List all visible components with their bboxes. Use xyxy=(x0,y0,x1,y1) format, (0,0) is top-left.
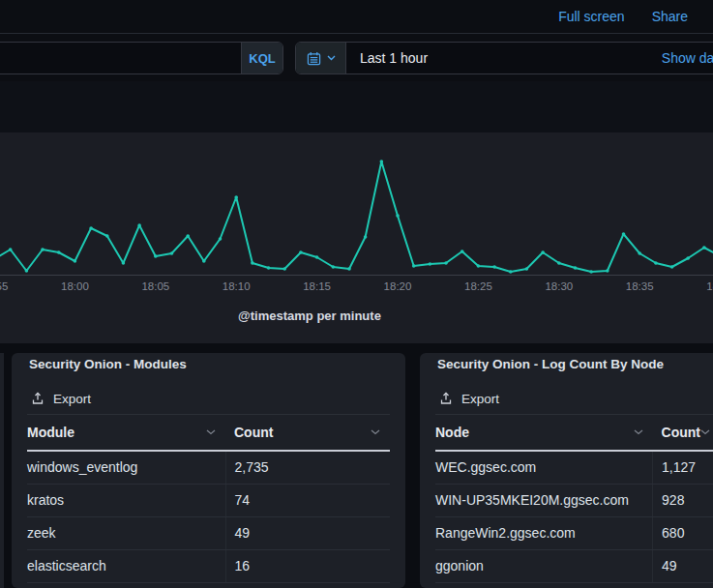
data-point-marker xyxy=(380,160,384,163)
value-cell: ggonion xyxy=(435,549,653,582)
data-point-marker xyxy=(412,264,416,268)
search-input-box: KQL xyxy=(0,42,283,74)
log-count-by-node-panel: Security Onion - Log Count By Node Expor… xyxy=(420,353,713,588)
data-point-marker xyxy=(444,261,448,265)
date-picker-button[interactable] xyxy=(296,43,346,74)
export-button[interactable]: Export xyxy=(420,391,713,406)
data-point-marker xyxy=(170,251,174,255)
x-axis-tick: 18:20 xyxy=(373,280,422,292)
export-label: Export xyxy=(53,392,91,406)
x-axis-tick: 18:10 xyxy=(212,280,260,292)
data-point-marker xyxy=(589,270,593,274)
count-cell: 49 xyxy=(225,516,390,549)
modules-panel: Security Onion - Modules Export Module xyxy=(12,353,405,588)
table-row: zeek49 xyxy=(27,516,390,549)
nodes-table: Node Count xyxy=(435,415,713,583)
sort-chevron-icon xyxy=(371,429,380,435)
table-row: kratos74 xyxy=(27,484,390,516)
kql-button[interactable]: KQL xyxy=(241,43,282,74)
panel-title: Security Onion - Log Count By Node xyxy=(420,353,713,372)
data-point-marker xyxy=(429,262,432,266)
page-background-band xyxy=(0,81,713,132)
time-range-label[interactable]: Last 1 hour xyxy=(346,43,428,74)
data-point-marker xyxy=(686,256,690,260)
log-count-line xyxy=(0,162,713,272)
x-axis-tick: 18:40 xyxy=(697,280,713,292)
calendar-icon xyxy=(307,51,321,66)
column-header-count[interactable]: Count xyxy=(653,415,713,451)
data-point-marker xyxy=(638,251,641,255)
value-cell: RangeWin2.ggsec.com xyxy=(435,516,653,549)
x-axis-tick: 18:00 xyxy=(50,280,99,292)
table-row: WIN-UP35MKEI20M.ggsec.com928 xyxy=(435,484,713,516)
data-point-marker xyxy=(186,234,190,238)
sort-chevron-icon xyxy=(206,429,216,435)
count-cell: 49 xyxy=(653,549,713,582)
column-header-label: Count xyxy=(234,425,273,440)
show-dates-button[interactable]: Show dates xyxy=(662,43,713,74)
search-input[interactable] xyxy=(0,43,241,74)
data-point-marker xyxy=(509,270,513,274)
data-point-marker xyxy=(202,259,206,263)
x-axis-tick: 17:55 xyxy=(0,280,18,292)
table-row: WEC.ggsec.com1,127 xyxy=(435,451,713,484)
data-point-marker xyxy=(234,195,238,199)
x-axis-title: @timestamp per minute xyxy=(155,309,464,323)
log-histogram-panel: 17:5518:0018:0518:1018:1518:2018:2518:30… xyxy=(0,132,713,343)
data-point-marker xyxy=(477,264,481,268)
table-row: elasticsearch16 xyxy=(27,549,390,582)
module-link[interactable]: elasticsearch xyxy=(27,549,225,582)
export-icon xyxy=(31,392,45,405)
column-header-module[interactable]: Module xyxy=(27,415,225,451)
data-point-marker xyxy=(267,266,271,270)
x-axis-tick: 18:35 xyxy=(615,280,664,292)
data-point-marker xyxy=(41,248,45,251)
date-spacer xyxy=(428,43,662,74)
data-point-marker xyxy=(122,261,126,265)
data-point-marker xyxy=(492,265,496,269)
export-label: Export xyxy=(461,392,499,406)
data-point-marker xyxy=(251,261,254,265)
count-cell: 74 xyxy=(225,484,390,516)
data-point-marker xyxy=(137,223,141,227)
column-header-label: Module xyxy=(27,425,74,440)
data-point-marker xyxy=(282,267,286,271)
share-link[interactable]: Share xyxy=(652,9,688,24)
export-button[interactable]: Export xyxy=(12,391,405,406)
value-cell: WIN-UP35MKEI20M.ggsec.com xyxy=(435,484,653,516)
x-axis-ticks: 17:5518:0018:0518:1018:1518:2018:2518:30… xyxy=(0,280,713,294)
data-point-marker xyxy=(219,237,223,241)
value-cell: WEC.ggsec.com xyxy=(435,451,653,484)
module-link[interactable]: zeek xyxy=(27,516,225,549)
table-row: windows_eventlog2,735 xyxy=(27,451,390,484)
full-screen-link[interactable]: Full screen xyxy=(558,9,624,24)
data-point-marker xyxy=(541,250,545,254)
count-cell: 16 xyxy=(225,549,390,582)
chevron-down-icon xyxy=(327,55,336,61)
data-point-marker xyxy=(702,246,706,250)
count-cell: 680 xyxy=(653,516,713,549)
top-header: Full screen Share xyxy=(0,0,713,34)
data-point-marker xyxy=(654,261,658,265)
bottom-row: Security Onion - Modules Export Module xyxy=(0,343,713,588)
x-axis-tick: 18:25 xyxy=(454,280,502,292)
column-header-label: Node xyxy=(435,425,469,440)
table-row: RangeWin2.ggsec.com680 xyxy=(435,516,713,549)
module-link[interactable]: kratos xyxy=(27,484,225,516)
column-header-count[interactable]: Count xyxy=(225,415,390,451)
module-link[interactable]: windows_eventlog xyxy=(27,451,225,484)
data-point-marker xyxy=(525,267,529,271)
data-point-marker xyxy=(670,265,674,269)
data-point-marker xyxy=(364,235,368,239)
data-point-marker xyxy=(299,250,303,254)
column-header-label: Count xyxy=(662,425,700,440)
data-point-marker xyxy=(57,250,61,254)
data-point-marker xyxy=(574,266,578,270)
data-point-marker xyxy=(89,226,93,230)
data-point-marker xyxy=(460,250,464,253)
sort-chevron-icon xyxy=(700,429,710,435)
column-header-node[interactable]: Node xyxy=(435,415,653,451)
modules-table: Module Count xyxy=(27,415,390,583)
data-point-marker xyxy=(105,234,109,238)
data-point-marker xyxy=(154,254,158,258)
